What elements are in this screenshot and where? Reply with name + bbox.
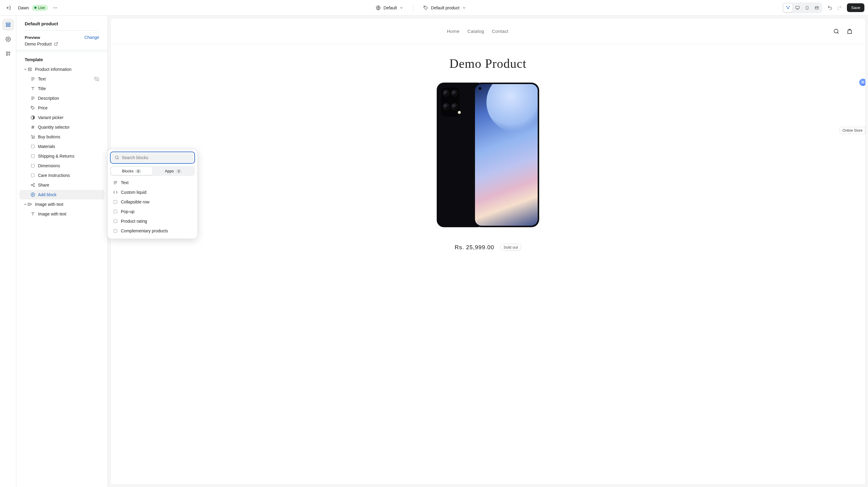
nav-link-home[interactable]: Home	[447, 29, 460, 34]
block-dimensions[interactable]: Dimensions	[19, 161, 104, 171]
save-button[interactable]: Save	[847, 3, 864, 12]
popup-icon	[113, 209, 118, 214]
dots-icon	[53, 5, 58, 10]
block-label: Price	[38, 105, 48, 110]
block-label: Materials	[38, 144, 55, 149]
add-circle-icon	[30, 192, 36, 197]
product-image[interactable]	[435, 81, 541, 229]
block-title[interactable]: Title	[19, 84, 104, 93]
mobile-view-button[interactable]	[803, 3, 812, 12]
sections-icon	[5, 22, 11, 28]
tab-label: Apps	[165, 169, 174, 173]
svg-point-30	[116, 156, 118, 159]
section-label: Product information	[35, 67, 71, 72]
chevron-down-icon	[24, 67, 27, 71]
block-text[interactable]: Text	[19, 74, 104, 84]
cart-button[interactable]	[846, 28, 853, 35]
topbar-right: Save	[782, 2, 864, 13]
svg-point-4	[425, 6, 425, 7]
redo-button[interactable]	[835, 3, 844, 12]
code-icon	[113, 190, 118, 195]
block-option-popup[interactable]: Pop-up	[111, 207, 194, 216]
theme-settings-tab[interactable]	[2, 33, 14, 45]
product-title: Demo Product	[450, 56, 527, 71]
search-blocks-input[interactable]	[122, 155, 190, 160]
product-section: Demo Product Rs. 25,999.00 Sold out	[111, 44, 865, 269]
block-price[interactable]: Price	[19, 103, 104, 113]
block-variant-picker[interactable]: Variant picker	[19, 113, 104, 122]
block-buy-buttons[interactable]: Buy buttons	[19, 132, 104, 142]
change-preview-link[interactable]: Change	[84, 35, 99, 40]
svg-point-2	[56, 7, 57, 8]
svg-rect-12	[8, 52, 10, 53]
type-icon	[30, 211, 36, 217]
preview-label: Preview	[25, 35, 40, 40]
svg-rect-14	[28, 68, 32, 69]
hidden-indicator[interactable]	[94, 77, 99, 81]
block-option-custom-liquid[interactable]: Custom liquid	[111, 187, 194, 197]
tab-apps[interactable]: Apps 3	[153, 167, 194, 175]
storefront-preview-frame[interactable]: Home Catalog Contact Demo Product	[110, 18, 866, 485]
inspector-mode-button[interactable]	[783, 3, 792, 12]
add-block-button[interactable]: Add block	[19, 190, 104, 200]
fullscreen-view-button[interactable]	[812, 3, 821, 12]
sold-out-badge: Sold out	[500, 244, 521, 251]
preview-product-link[interactable]: Demo Product	[25, 41, 99, 47]
image-text-section-icon	[27, 202, 33, 207]
block-label: Description	[38, 96, 59, 101]
storefront-header-icons	[833, 28, 853, 35]
collapse-toggle[interactable]	[23, 67, 28, 72]
chevron-down-icon	[399, 6, 404, 10]
svg-rect-15	[28, 70, 32, 70]
block-option-complementary-products[interactable]: Complementary products	[111, 226, 194, 236]
block-image-with-text[interactable]: Image with text	[19, 209, 104, 219]
tab-label: Blocks	[122, 169, 133, 173]
block-shipping-returns[interactable]: Shipping & Returns	[19, 151, 104, 161]
locale-selector[interactable]: Default	[373, 3, 406, 12]
rating-icon	[113, 219, 118, 223]
svg-rect-5	[796, 6, 799, 8]
exit-editor-button[interactable]	[4, 3, 13, 13]
block-materials[interactable]: Materials	[19, 142, 104, 151]
nav-link-contact[interactable]: Contact	[492, 29, 508, 34]
desktop-icon	[795, 5, 800, 10]
block-share[interactable]: Share	[19, 180, 104, 190]
block-care-instructions[interactable]: Care Instructions	[19, 171, 104, 180]
more-actions-button[interactable]	[51, 4, 59, 12]
page-title: Default product	[25, 21, 99, 26]
assist-bubble[interactable]	[859, 79, 866, 86]
chevron-down-icon	[24, 203, 27, 206]
tab-count: 6	[135, 169, 141, 173]
online-store-pill[interactable]: Online Store	[840, 127, 865, 134]
block-option-product-rating[interactable]: Product rating	[111, 216, 194, 226]
divider	[16, 50, 107, 53]
nav-link-catalog[interactable]: Catalog	[467, 29, 484, 34]
svg-rect-11	[6, 52, 8, 53]
svg-rect-20	[31, 145, 35, 148]
block-description[interactable]: Description	[19, 93, 104, 103]
topbar-left: Dawn Live	[4, 3, 59, 13]
undo-button[interactable]	[825, 3, 834, 12]
section-image-with-text[interactable]: Image with text	[19, 200, 104, 209]
complementary-icon	[113, 229, 118, 233]
desktop-view-button[interactable]	[793, 3, 802, 12]
template-selector[interactable]: Default product	[421, 3, 469, 12]
svg-point-0	[53, 7, 54, 8]
block-option-collapsible-row[interactable]: Collapsible row	[111, 197, 194, 207]
section-product-information[interactable]: Product information	[19, 64, 104, 74]
bag-icon	[846, 28, 853, 35]
status-dot-icon	[34, 7, 36, 9]
search-button[interactable]	[833, 28, 840, 35]
main: Default product Preview Change Demo Prod…	[0, 16, 868, 487]
option-label: Collapsible row	[121, 200, 150, 204]
block-quantity-selector[interactable]: Quantity selector	[19, 122, 104, 132]
text-lines-icon	[30, 95, 36, 101]
collapse-toggle[interactable]	[23, 202, 28, 207]
block-option-text[interactable]: Text	[111, 178, 194, 187]
sections-tab[interactable]	[2, 19, 14, 31]
template-header: Template	[16, 53, 107, 64]
app-embeds-tab[interactable]	[2, 48, 14, 60]
add-block-popup: Blocks 6 Apps 3 Text Custom liquid	[108, 149, 198, 239]
variant-icon	[30, 115, 36, 120]
tab-blocks[interactable]: Blocks 6	[111, 167, 153, 175]
